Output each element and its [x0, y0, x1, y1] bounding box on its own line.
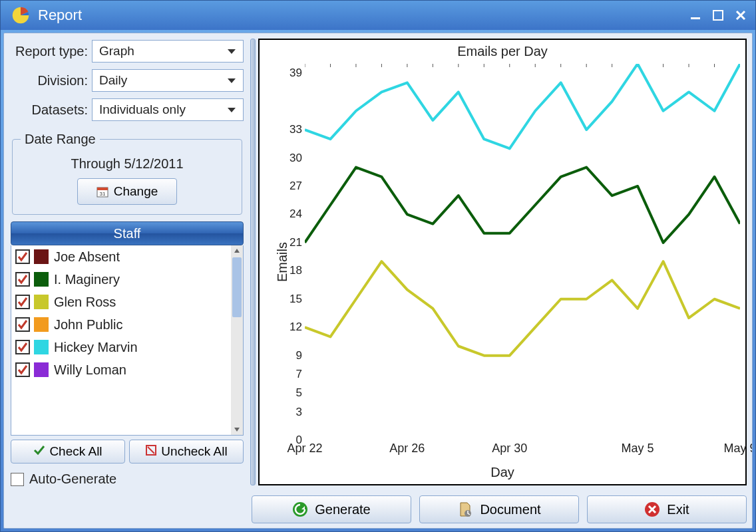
xtick-label: May 5 — [622, 442, 654, 456]
scroll-up-icon[interactable] — [231, 245, 243, 256]
staff-color-swatch — [34, 362, 49, 377]
close-button[interactable] — [731, 8, 750, 23]
staff-checkbox[interactable] — [15, 295, 30, 309]
ytick-label: 39 — [289, 66, 302, 80]
staff-checkbox[interactable] — [15, 362, 30, 377]
svg-rect-1 — [691, 17, 700, 19]
staff-list: Joe AbsentI. MagineryGlen RossJohn Publi… — [11, 245, 244, 436]
pie-chart-icon — [11, 6, 30, 25]
calendar-icon: 31 — [96, 186, 108, 198]
staff-row: Joe Absent — [11, 245, 231, 268]
staff-name: I. Maginery — [54, 272, 120, 287]
document-label: Document — [480, 502, 540, 517]
svg-rect-4 — [97, 188, 108, 190]
exit-label: Exit — [667, 502, 689, 517]
division-combo[interactable]: Daily — [92, 69, 244, 92]
document-icon — [457, 501, 473, 517]
splitter[interactable] — [250, 39, 256, 485]
chart-series — [305, 261, 740, 356]
chart-series — [305, 168, 740, 243]
date-range-through: Through 5/12/2011 — [21, 156, 234, 172]
xtick-label: Apr 26 — [389, 442, 425, 456]
report-type-label: Report type: — [11, 44, 92, 59]
staff-name: Willy Loman — [54, 362, 126, 378]
scroll-down-icon[interactable] — [231, 424, 243, 435]
ytick-label: 12 — [289, 321, 302, 334]
generate-button[interactable]: Generate — [252, 495, 411, 523]
refresh-icon — [292, 501, 308, 517]
bottom-toolbar: Generate Document Exit — [4, 491, 752, 528]
ytick-label: 24 — [289, 207, 302, 221]
staff-row: Willy Loman — [11, 358, 231, 381]
chart-xlabel: Day — [260, 465, 745, 480]
exit-icon — [644, 501, 660, 517]
division-value: Daily — [99, 73, 127, 88]
client-area: Report type: Graph Division: Daily Datas… — [3, 33, 753, 529]
document-button[interactable]: Document — [419, 495, 579, 523]
staff-color-swatch — [34, 295, 49, 309]
staff-name: John Public — [54, 317, 122, 332]
generate-label: Generate — [315, 502, 370, 517]
staff-color-swatch — [34, 317, 49, 332]
datasets-combo[interactable]: Individuals only — [92, 98, 244, 121]
report-type-value: Graph — [99, 44, 134, 59]
ytick-label: 21 — [289, 236, 302, 249]
chevron-down-icon — [227, 102, 236, 117]
titlebar: Report — [1, 1, 755, 30]
staff-checkbox[interactable] — [15, 317, 30, 332]
division-label: Division: — [11, 73, 92, 88]
window-title: Report — [38, 7, 82, 24]
minimize-button[interactable] — [686, 8, 705, 23]
chart-panel: Emails per Day Emails 035791215182124273… — [258, 39, 747, 485]
ytick-label: 5 — [296, 386, 302, 400]
uncheck-all-icon — [145, 444, 157, 460]
staff-header: Staff — [11, 221, 244, 245]
ytick-label: 27 — [289, 180, 302, 193]
staff-row: I. Maginery — [11, 268, 231, 291]
ytick-label: 7 — [296, 368, 302, 381]
svg-rect-2 — [713, 11, 723, 20]
svg-text:31: 31 — [99, 191, 105, 197]
chevron-down-icon — [227, 73, 236, 88]
staff-name: Glen Ross — [54, 295, 116, 310]
date-range-group: Date Range Through 5/12/2011 31 Change — [12, 132, 242, 215]
date-range-legend: Date Range — [21, 132, 100, 147]
chart-title: Emails per Day — [260, 44, 745, 59]
chart-plot — [305, 64, 740, 440]
ytick-label: 18 — [289, 264, 302, 277]
staff-color-swatch — [34, 249, 49, 264]
auto-generate-checkbox[interactable] — [11, 473, 24, 486]
staff-row: John Public — [11, 313, 231, 336]
staff-name: Joe Absent — [54, 249, 120, 265]
maximize-button[interactable] — [709, 8, 727, 23]
xtick-label: Apr 30 — [492, 442, 527, 456]
change-date-button[interactable]: 31 Change — [77, 178, 177, 205]
staff-name: Hickey Marvin — [54, 340, 138, 355]
auto-generate-label: Auto-Generate — [29, 471, 116, 487]
staff-row: Glen Ross — [11, 291, 231, 313]
chart-series — [305, 64, 740, 148]
check-all-icon — [33, 444, 45, 460]
ytick-label: 15 — [289, 293, 302, 306]
exit-button[interactable]: Exit — [587, 495, 747, 523]
report-type-combo[interactable]: Graph — [92, 40, 244, 63]
ytick-label: 30 — [289, 152, 302, 165]
report-window: Report Report type: Graph Division: Dail… — [0, 0, 756, 532]
xtick-label: May 9 — [723, 442, 752, 456]
ytick-label: 9 — [296, 349, 302, 362]
left-panel: Report type: Graph Division: Daily Datas… — [4, 33, 250, 491]
staff-checkbox[interactable] — [15, 340, 30, 354]
xtick-label: Apr 22 — [287, 442, 322, 456]
uncheck-all-button[interactable]: Uncheck All — [129, 440, 244, 464]
ytick-label: 33 — [289, 123, 302, 136]
staff-checkbox[interactable] — [15, 272, 30, 287]
check-all-button[interactable]: Check All — [11, 440, 125, 464]
scroll-thumb[interactable] — [232, 257, 242, 317]
datasets-value: Individuals only — [99, 102, 186, 117]
datasets-label: Datasets: — [11, 102, 92, 118]
staff-color-swatch — [34, 340, 49, 354]
staff-checkbox[interactable] — [15, 249, 30, 264]
uncheck-all-label: Uncheck All — [161, 444, 227, 459]
change-date-label: Change — [114, 184, 158, 199]
staff-scrollbar[interactable] — [231, 245, 243, 435]
